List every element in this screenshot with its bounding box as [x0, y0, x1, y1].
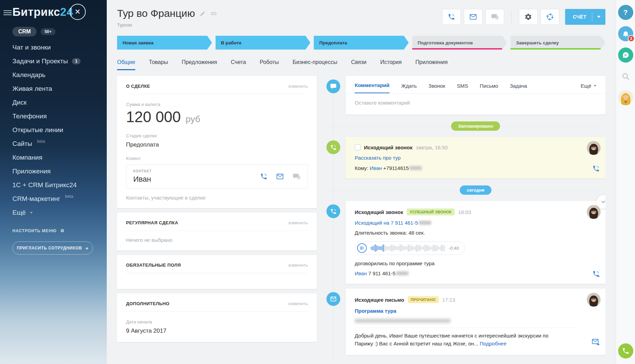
audio-waveform[interactable] [371, 244, 445, 253]
composer-more-dropdown[interactable]: Ещё [581, 83, 596, 93]
chat-icon[interactable] [292, 172, 301, 181]
composer-tab-comment[interactable]: Комментарий [355, 82, 389, 93]
read-more-link[interactable]: Подробнее [480, 341, 507, 346]
help-button[interactable]: ? [618, 5, 633, 20]
edit-link[interactable]: изменить [288, 301, 308, 306]
user-avatar[interactable] [618, 90, 633, 105]
search-icon [622, 72, 630, 81]
composer-tab-wait[interactable]: Ждать [401, 83, 417, 93]
notification-count-badge: 3 [628, 35, 635, 42]
link-icon[interactable] [210, 10, 217, 17]
tab-history[interactable]: История [380, 59, 402, 70]
sidebar-item-sites[interactable]: Сайтыbeta [12, 137, 107, 151]
contact-link[interactable]: Иван [355, 270, 367, 276]
tab-general[interactable]: Общие [117, 59, 135, 70]
edit-link[interactable]: изменить [288, 220, 308, 225]
reply-mail-icon[interactable] [592, 338, 600, 346]
main-content: Тур во Францию Туризм [107, 0, 616, 364]
sidebar-item-more[interactable]: Ещё [12, 206, 107, 220]
sidebar-item-company[interactable]: Компания [12, 151, 107, 164]
phone-icon[interactable] [260, 173, 268, 180]
stage-in-progress[interactable]: В работе [216, 36, 311, 50]
edit-link[interactable]: изменить [288, 84, 308, 89]
stage-prepayment[interactable]: Предоплата [314, 36, 409, 50]
invite-employees-button[interactable]: ПРИГЛАСИТЬ СОТРУДНИКОВ+ [12, 242, 93, 255]
call-button[interactable] [442, 9, 461, 25]
sidebar-item-chat-calls[interactable]: Чат и звонки [12, 41, 107, 54]
contact-name[interactable]: Иван [133, 175, 152, 184]
notifications-button[interactable]: 3 [618, 26, 633, 41]
sidebar-item-feed[interactable]: Живая лента [12, 82, 107, 96]
tab-products[interactable]: Товары [149, 59, 168, 70]
section-title: О СДЕЛКЕ [126, 84, 150, 89]
tab-business-processes[interactable]: Бизнес-процессы [293, 59, 337, 70]
today-separator: сегодня [346, 185, 605, 195]
email-subject-link[interactable]: Программа тура [355, 308, 396, 314]
call-action-icon[interactable] [592, 165, 600, 172]
sidebar-item-crm[interactable]: CRM [12, 27, 37, 36]
outgoing-call-icon [326, 140, 340, 154]
start-date-value: 9 Августа 2017 [126, 328, 308, 334]
pencil-icon[interactable] [200, 11, 206, 17]
call-direction-link[interactable]: Исходящий на 7 911 461-5 [355, 220, 418, 226]
tab-quotes[interactable]: Предложения [182, 59, 217, 70]
client-label: Клиент [126, 156, 308, 161]
pause-button[interactable] [357, 243, 367, 253]
invoice-button[interactable]: СЧЁТ [565, 9, 605, 25]
search-button[interactable] [618, 69, 633, 84]
close-icon[interactable]: × [70, 4, 86, 20]
chevron-down-icon [600, 199, 605, 205]
messenger-button[interactable] [618, 47, 633, 63]
sidebar-item-open-lines[interactable]: Открытые линии [12, 123, 107, 137]
deal-header: Тур во Францию Туризм [117, 0, 605, 28]
sidebar-item-crm-marketing[interactable]: CRM-маркетингbeta [12, 192, 107, 206]
mail-icon[interactable] [276, 172, 284, 181]
stage-document-preparation[interactable]: Подготовка документов [412, 36, 507, 50]
sidebar-item-calendar[interactable]: Календарь [12, 68, 107, 82]
tab-applications[interactable]: Приложения [415, 59, 448, 70]
composer-tab-letter[interactable]: Письмо [480, 83, 498, 93]
deal-amount[interactable]: 120 000 [126, 108, 181, 126]
comment-input[interactable]: Оставьте комментарий [346, 94, 605, 115]
planned-call-item: Исходящий звонок завтра, 16:50 Рассказат… [346, 137, 605, 179]
email-button[interactable] [464, 9, 482, 25]
stage-value[interactable]: Предоплата [126, 141, 308, 148]
messenger-icon [622, 51, 629, 59]
gear-icon [60, 228, 65, 233]
deal-currency: руб [186, 114, 200, 125]
stage-close-deal[interactable]: Завершить сделку [510, 36, 605, 50]
sidebar-item-1c-crm[interactable]: 1С + CRM Битрикс24 [12, 178, 107, 192]
contact-link[interactable]: Иван [369, 165, 382, 171]
tab-relations[interactable]: Связи [351, 59, 366, 70]
tab-invoices[interactable]: Счета [231, 59, 246, 70]
amount-label: Сумма и валюта [126, 102, 308, 107]
hamburger-icon[interactable] [3, 9, 12, 17]
chat-button[interactable] [486, 9, 504, 25]
edit-link[interactable]: изменить [288, 263, 308, 268]
configure-menu-button[interactable]: НАСТРОИТЬ МЕНЮ [12, 228, 107, 233]
settings-button[interactable] [519, 9, 538, 25]
activity-time: 17:13 [442, 297, 455, 303]
stage-new-request[interactable]: Новая заявка [117, 36, 212, 50]
actions-divider [511, 11, 512, 23]
complete-checkbox[interactable] [355, 144, 361, 150]
composer-tab-call[interactable]: Звонок [428, 83, 445, 93]
comment-composer: Комментарий Ждать Звонок SMS Письмо Зада… [346, 76, 605, 115]
phone-call-button[interactable] [618, 343, 633, 358]
planned-pill[interactable]: Запланировано [451, 121, 500, 131]
redial-icon[interactable] [592, 270, 600, 278]
contact-card[interactable]: КОНТАКТ Иван [126, 164, 308, 189]
blurred-phone-digits [419, 221, 431, 225]
sidebar-item-applications[interactable]: Приложения [12, 164, 107, 178]
stage-label: Стадия сделки [126, 133, 308, 138]
sidebar-item-disk[interactable]: Диск [12, 96, 107, 109]
tab-robots[interactable]: Роботы [260, 59, 279, 70]
call-subject-link[interactable]: Рассказать про тур [355, 155, 400, 161]
today-pill[interactable]: сегодня [460, 185, 491, 195]
composer-tab-sms[interactable]: SMS [457, 83, 468, 93]
composer-tab-task[interactable]: Задача [510, 83, 527, 93]
invoice-dropdown[interactable] [592, 16, 605, 18]
sidebar-item-tasks-projects[interactable]: Задачи и Проекты1 [12, 54, 107, 68]
automation-button[interactable] [541, 9, 559, 25]
sidebar-item-telephony[interactable]: Телефония [12, 109, 107, 123]
